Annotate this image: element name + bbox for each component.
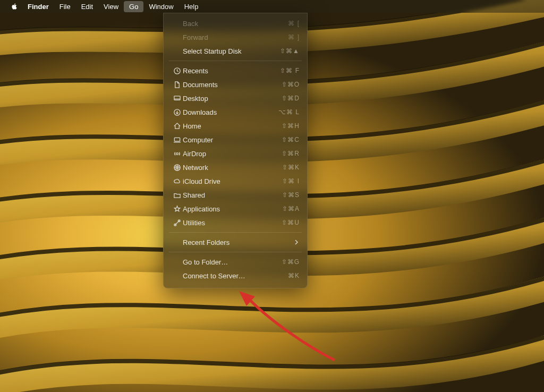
menu-shortcut: ⇧⌘ I [282, 177, 300, 185]
apple-logo-icon [11, 3, 18, 10]
cloud-icon [173, 177, 181, 185]
menu-shortcut: ⇧⌘O [282, 81, 300, 88]
menu-item-label: Shared [183, 191, 205, 199]
menu-shortcut: ⇧⌘R [282, 150, 300, 157]
menu-shortcut: ⇧⌘K [282, 164, 300, 171]
menu-item-applications[interactable]: Applications ⇧⌘A [164, 202, 307, 216]
network-icon [173, 164, 181, 172]
menu-item-label: Home [183, 122, 201, 130]
chevron-right-icon [293, 239, 300, 245]
document-icon [173, 81, 181, 89]
menu-item-desktop[interactable]: Desktop ⇧⌘D [164, 91, 307, 105]
utilities-icon [173, 219, 181, 227]
svg-rect-3 [174, 138, 180, 141]
menu-separator [169, 61, 302, 61]
shared-folder-icon [173, 191, 181, 199]
menubar-item-go[interactable]: Go [124, 1, 143, 12]
menu-item-recents[interactable]: Recents ⇧⌘ F [164, 64, 307, 78]
menu-item-utilities[interactable]: Utilities ⇧⌘U [164, 216, 307, 229]
menu-item-label: Forward [183, 33, 208, 41]
menu-item-label: AirDrop [183, 150, 206, 158]
menu-item-label: iCloud Drive [183, 177, 220, 185]
menu-item-home[interactable]: Home ⇧⌘H [164, 119, 307, 133]
desktop-icon [173, 95, 181, 103]
airdrop-icon [173, 150, 181, 158]
menu-item-network[interactable]: Network ⇧⌘K [164, 160, 307, 174]
menubar-item-help[interactable]: Help [179, 1, 204, 12]
menu-shortcut: ⇧⌘D [282, 95, 300, 102]
menu-shortcut: ⇧⌘G [282, 258, 300, 266]
computer-icon [173, 136, 181, 144]
menu-shortcut: ⌘K [288, 272, 300, 279]
clock-icon [173, 67, 181, 75]
menu-item-label: Computer [183, 136, 213, 144]
svg-point-4 [176, 152, 178, 155]
menu-item-label: Back [183, 20, 198, 28]
menu-item-select-startup-disk[interactable]: Select Startup Disk ⇧⌘▲ [164, 44, 307, 58]
applications-icon [173, 205, 181, 213]
menu-item-recent-folders[interactable]: Recent Folders [164, 235, 307, 249]
menu-item-documents[interactable]: Documents ⇧⌘O [164, 78, 307, 91]
menu-item-label: Select Startup Disk [183, 47, 242, 55]
svg-rect-1 [174, 96, 180, 100]
go-dropdown: Back ⌘ [ Forward ⌘ ] Select Startup Disk… [163, 13, 308, 288]
menu-shortcut: ⇧⌘▲ [280, 47, 300, 55]
menu-item-label: Network [183, 164, 208, 172]
menu-item-icloud-drive[interactable]: iCloud Drive ⇧⌘ I [164, 174, 307, 188]
menu-item-label: Applications [183, 205, 220, 213]
menu-separator [169, 252, 302, 252]
menu-shortcut: ⇧⌘ F [280, 67, 300, 74]
desktop: Finder File Edit View Go Window Help Bac… [0, 0, 544, 392]
apple-menu[interactable] [6, 2, 22, 11]
menu-item-airdrop[interactable]: AirDrop ⇧⌘R [164, 147, 307, 160]
menu-shortcut: ⌘ [ [288, 20, 300, 27]
menu-separator [169, 232, 302, 233]
menu-item-forward[interactable]: Forward ⌘ ] [164, 30, 307, 44]
menu-item-label: Go to Folder… [183, 258, 228, 266]
menu-shortcut: ⌘ ] [288, 33, 300, 41]
menubar-item-edit[interactable]: Edit [76, 1, 98, 12]
menu-bar: Finder File Edit View Go Window Help [0, 0, 544, 13]
menu-shortcut: ⌥⌘ L [278, 108, 300, 116]
menu-item-connect-to-server[interactable]: Connect to Server… ⌘K [164, 269, 307, 283]
menubar-app-name[interactable]: Finder [22, 1, 54, 12]
menubar-item-file[interactable]: File [54, 1, 76, 12]
menu-shortcut: ⇧⌘U [282, 219, 300, 226]
menu-item-label: Connect to Server… [183, 272, 245, 280]
menu-item-label: Recent Folders [183, 238, 230, 246]
menu-item-label: Recents [183, 67, 208, 75]
home-icon [173, 122, 181, 130]
menu-item-downloads[interactable]: Downloads ⌥⌘ L [164, 105, 307, 119]
menu-shortcut: ⇧⌘H [282, 122, 300, 130]
menu-item-computer[interactable]: Computer ⇧⌘C [164, 133, 307, 147]
download-icon [173, 108, 181, 116]
menu-item-label: Documents [183, 81, 218, 89]
menubar-item-view[interactable]: View [98, 1, 124, 12]
menu-item-label: Utilities [183, 219, 205, 227]
menubar-item-window[interactable]: Window [143, 1, 178, 12]
menu-shortcut: ⇧⌘C [282, 136, 300, 143]
menu-item-label: Desktop [183, 95, 208, 103]
menu-item-label: Downloads [183, 108, 217, 116]
menu-shortcut: ⇧⌘S [282, 191, 300, 199]
menu-item-go-to-folder[interactable]: Go to Folder… ⇧⌘G [164, 255, 307, 269]
menu-item-back[interactable]: Back ⌘ [ [164, 16, 307, 30]
menu-shortcut: ⇧⌘A [282, 205, 300, 212]
menu-item-shared[interactable]: Shared ⇧⌘S [164, 188, 307, 202]
